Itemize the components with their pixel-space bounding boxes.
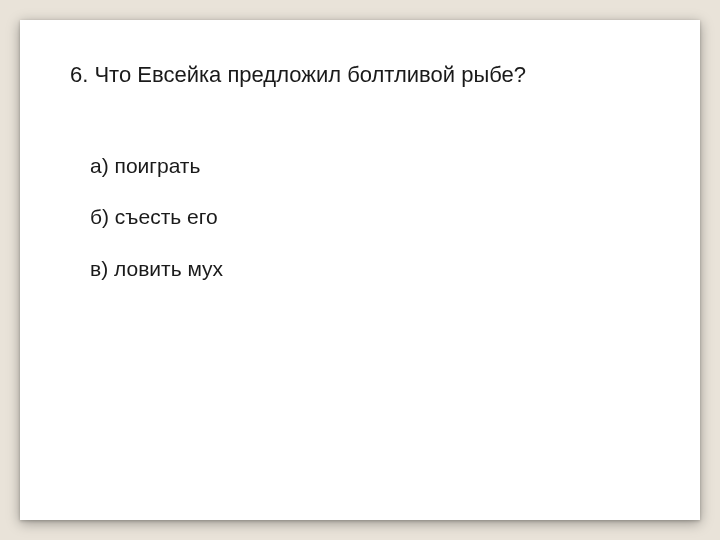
slide-container: 6. Что Евсейка предложил болтливой рыбе?… — [20, 20, 700, 520]
question-text: 6. Что Евсейка предложил болтливой рыбе? — [70, 60, 650, 91]
answer-option: а) поиграть — [90, 151, 650, 180]
answer-option: в) ловить мух — [90, 254, 650, 283]
answer-option: б) съесть его — [90, 202, 650, 231]
answers-list: а) поиграть б) съесть его в) ловить мух — [70, 151, 650, 283]
